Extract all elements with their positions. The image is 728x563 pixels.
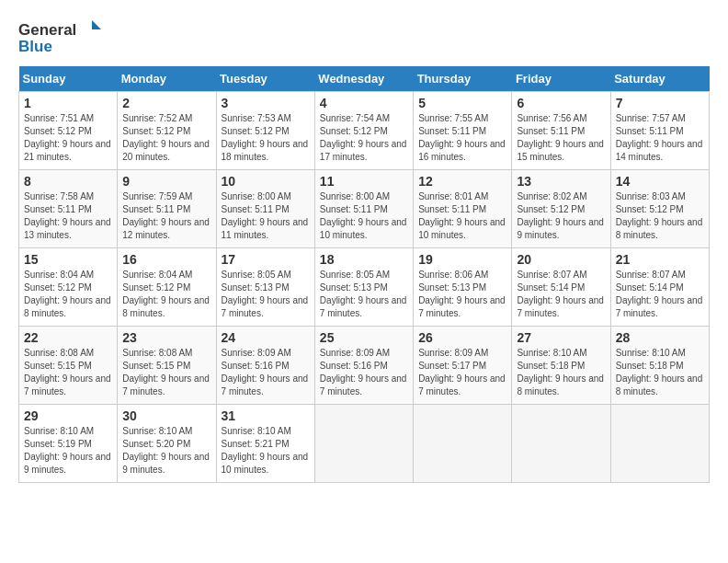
day-number: 26	[418, 330, 506, 345]
day-number: 21	[616, 252, 704, 267]
day-detail: Sunrise: 8:08 AMSunset: 5:15 PMDaylight:…	[24, 348, 111, 396]
calendar-cell: 28 Sunrise: 8:10 AMSunset: 5:18 PMDaylig…	[610, 327, 709, 405]
day-number: 31	[222, 408, 310, 423]
day-number: 16	[122, 252, 210, 267]
calendar-cell: 16 Sunrise: 8:04 AMSunset: 5:12 PMDaylig…	[118, 248, 216, 327]
day-detail: Sunrise: 8:07 AMSunset: 5:14 PMDaylight:…	[517, 270, 604, 318]
day-number: 3	[222, 96, 310, 110]
calendar-cell: 14 Sunrise: 8:03 AMSunset: 5:12 PMDaylig…	[610, 170, 709, 248]
day-detail: Sunrise: 8:00 AMSunset: 5:11 PMDaylight:…	[320, 191, 407, 240]
day-detail: Sunrise: 7:57 AMSunset: 5:11 PMDaylight:…	[616, 113, 703, 162]
weekday-header-wednesday: Wednesday	[314, 66, 413, 92]
day-detail: Sunrise: 8:10 AMSunset: 5:18 PMDaylight:…	[517, 348, 604, 396]
weekday-header-thursday: Thursday	[414, 66, 512, 92]
calendar-table: SundayMondayTuesdayWednesdayThursdayFrid…	[18, 66, 710, 483]
calendar-cell: 20 Sunrise: 8:07 AMSunset: 5:14 PMDaylig…	[512, 248, 610, 327]
day-number: 27	[517, 330, 605, 345]
day-detail: Sunrise: 8:00 AMSunset: 5:11 PMDaylight:…	[222, 191, 309, 240]
day-number: 6	[517, 96, 605, 110]
calendar-cell: 21 Sunrise: 8:07 AMSunset: 5:14 PMDaylig…	[610, 248, 709, 327]
day-detail: Sunrise: 8:02 AMSunset: 5:12 PMDaylight:…	[517, 191, 604, 240]
calendar-cell: 23 Sunrise: 8:08 AMSunset: 5:15 PMDaylig…	[118, 327, 216, 405]
day-detail: Sunrise: 7:56 AMSunset: 5:11 PMDaylight:…	[517, 113, 604, 162]
day-detail: Sunrise: 8:04 AMSunset: 5:12 PMDaylight:…	[24, 270, 111, 318]
day-detail: Sunrise: 8:05 AMSunset: 5:13 PMDaylight:…	[222, 270, 309, 318]
day-number: 5	[418, 96, 506, 110]
calendar-cell: 10 Sunrise: 8:00 AMSunset: 5:11 PMDaylig…	[216, 170, 314, 248]
day-detail: Sunrise: 8:10 AMSunset: 5:19 PMDaylight:…	[24, 426, 111, 475]
calendar-cell: 29 Sunrise: 8:10 AMSunset: 5:19 PMDaylig…	[19, 405, 118, 483]
day-detail: Sunrise: 8:08 AMSunset: 5:15 PMDaylight:…	[122, 348, 210, 396]
day-detail: Sunrise: 8:10 AMSunset: 5:20 PMDaylight:…	[122, 426, 210, 475]
calendar-cell: 22 Sunrise: 8:08 AMSunset: 5:15 PMDaylig…	[19, 327, 118, 405]
day-number: 12	[418, 174, 506, 189]
day-number: 18	[320, 252, 408, 267]
day-number: 10	[222, 174, 310, 189]
day-number: 1	[24, 96, 112, 110]
day-detail: Sunrise: 8:03 AMSunset: 5:12 PMDaylight:…	[616, 191, 703, 240]
day-detail: Sunrise: 8:09 AMSunset: 5:16 PMDaylight:…	[320, 348, 407, 396]
week-row-3: 15 Sunrise: 8:04 AMSunset: 5:12 PMDaylig…	[19, 248, 710, 327]
day-detail: Sunrise: 8:10 AMSunset: 5:18 PMDaylight:…	[616, 348, 703, 396]
calendar-cell: 30 Sunrise: 8:10 AMSunset: 5:20 PMDaylig…	[118, 405, 216, 483]
day-detail: Sunrise: 7:52 AMSunset: 5:12 PMDaylight:…	[122, 113, 210, 162]
calendar-cell	[414, 405, 512, 483]
logo-svg: GeneralBlue	[18, 18, 101, 57]
day-detail: Sunrise: 7:53 AMSunset: 5:12 PMDaylight:…	[222, 113, 309, 162]
day-number: 9	[122, 174, 210, 189]
calendar-cell: 6 Sunrise: 7:56 AMSunset: 5:11 PMDayligh…	[512, 92, 610, 170]
calendar-cell: 1 Sunrise: 7:51 AMSunset: 5:12 PMDayligh…	[19, 92, 118, 170]
day-number: 25	[320, 330, 408, 345]
day-number: 2	[122, 96, 210, 110]
day-number: 13	[517, 174, 605, 189]
day-number: 8	[24, 174, 112, 189]
calendar-cell: 2 Sunrise: 7:52 AMSunset: 5:12 PMDayligh…	[118, 92, 216, 170]
day-detail: Sunrise: 8:01 AMSunset: 5:11 PMDaylight:…	[418, 191, 506, 240]
day-number: 11	[320, 174, 408, 189]
day-detail: Sunrise: 8:10 AMSunset: 5:21 PMDaylight:…	[222, 426, 309, 475]
calendar-cell: 27 Sunrise: 8:10 AMSunset: 5:18 PMDaylig…	[512, 327, 610, 405]
day-number: 15	[24, 252, 112, 267]
day-number: 4	[320, 96, 408, 110]
svg-text:General: General	[18, 21, 76, 39]
day-detail: Sunrise: 7:54 AMSunset: 5:12 PMDaylight:…	[320, 113, 407, 162]
calendar-cell: 13 Sunrise: 8:02 AMSunset: 5:12 PMDaylig…	[512, 170, 610, 248]
day-detail: Sunrise: 7:58 AMSunset: 5:11 PMDaylight:…	[24, 191, 111, 240]
day-number: 17	[222, 252, 310, 267]
svg-marker-1	[92, 20, 101, 29]
calendar-cell: 9 Sunrise: 7:59 AMSunset: 5:11 PMDayligh…	[118, 170, 216, 248]
day-detail: Sunrise: 7:51 AMSunset: 5:12 PMDaylight:…	[24, 113, 111, 162]
calendar-cell: 3 Sunrise: 7:53 AMSunset: 5:12 PMDayligh…	[216, 92, 314, 170]
calendar-cell: 26 Sunrise: 8:09 AMSunset: 5:17 PMDaylig…	[414, 327, 512, 405]
day-number: 29	[24, 408, 112, 423]
day-detail: Sunrise: 8:06 AMSunset: 5:13 PMDaylight:…	[418, 270, 506, 318]
calendar-cell: 18 Sunrise: 8:05 AMSunset: 5:13 PMDaylig…	[314, 248, 413, 327]
day-detail: Sunrise: 8:09 AMSunset: 5:16 PMDaylight:…	[222, 348, 309, 396]
weekday-header-row: SundayMondayTuesdayWednesdayThursdayFrid…	[19, 66, 710, 92]
day-number: 19	[418, 252, 506, 267]
day-number: 24	[222, 330, 310, 345]
weekday-header-saturday: Saturday	[610, 66, 709, 92]
day-number: 22	[24, 330, 112, 345]
day-number: 28	[616, 330, 704, 345]
week-row-1: 1 Sunrise: 7:51 AMSunset: 5:12 PMDayligh…	[19, 92, 710, 170]
day-detail: Sunrise: 7:59 AMSunset: 5:11 PMDaylight:…	[122, 191, 210, 240]
weekday-header-monday: Monday	[118, 66, 216, 92]
calendar-cell: 12 Sunrise: 8:01 AMSunset: 5:11 PMDaylig…	[414, 170, 512, 248]
calendar-cell	[512, 405, 610, 483]
week-row-2: 8 Sunrise: 7:58 AMSunset: 5:11 PMDayligh…	[19, 170, 710, 248]
header: GeneralBlue	[18, 18, 710, 57]
calendar-cell: 7 Sunrise: 7:57 AMSunset: 5:11 PMDayligh…	[610, 92, 709, 170]
day-number: 20	[517, 252, 605, 267]
calendar-cell: 15 Sunrise: 8:04 AMSunset: 5:12 PMDaylig…	[19, 248, 118, 327]
day-detail: Sunrise: 8:05 AMSunset: 5:13 PMDaylight:…	[320, 270, 407, 318]
day-detail: Sunrise: 8:07 AMSunset: 5:14 PMDaylight:…	[616, 270, 703, 318]
logo: GeneralBlue	[18, 18, 101, 57]
day-number: 30	[122, 408, 210, 423]
calendar-cell: 8 Sunrise: 7:58 AMSunset: 5:11 PMDayligh…	[19, 170, 118, 248]
day-detail: Sunrise: 8:04 AMSunset: 5:12 PMDaylight:…	[122, 270, 210, 318]
calendar-cell: 25 Sunrise: 8:09 AMSunset: 5:16 PMDaylig…	[314, 327, 413, 405]
weekday-header-sunday: Sunday	[19, 66, 118, 92]
day-detail: Sunrise: 8:09 AMSunset: 5:17 PMDaylight:…	[418, 348, 506, 396]
day-number: 23	[122, 330, 210, 345]
